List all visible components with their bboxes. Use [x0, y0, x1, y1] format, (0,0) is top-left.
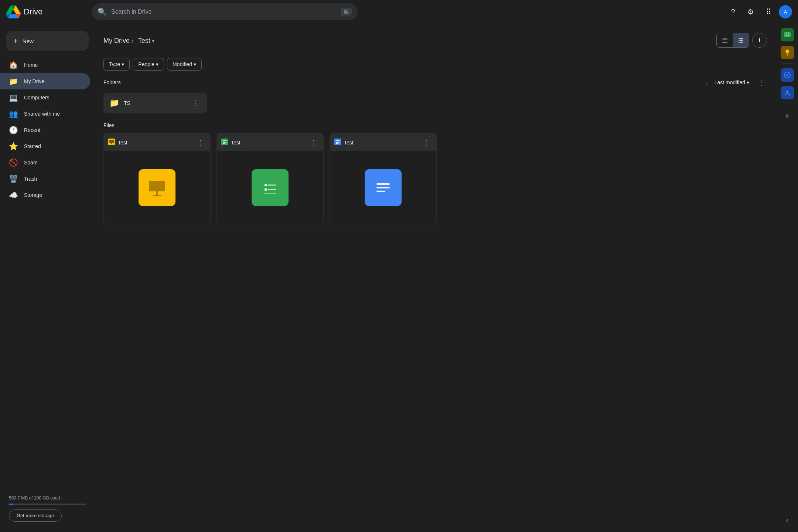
sidebar-item-shared-label: Shared with me: [24, 111, 60, 117]
svg-rect-1: [109, 140, 114, 143]
breadcrumb-current[interactable]: Test ▾: [135, 35, 157, 46]
file-docs-preview: [330, 151, 436, 225]
files-title: Files: [103, 122, 115, 128]
svg-rect-5: [149, 181, 165, 191]
storage-bar: [9, 504, 86, 505]
svg-rect-7: [153, 195, 161, 196]
forms-type-icon: [221, 139, 228, 147]
storage-icon: ☁️: [9, 191, 18, 200]
settings-button[interactable]: ⚙: [743, 4, 758, 19]
right-panel: + ‹: [776, 24, 798, 532]
sort-label: Last modified: [715, 79, 745, 85]
svg-rect-13: [265, 184, 267, 186]
svg-rect-12: [259, 177, 281, 199]
files-section: Files Test: [103, 122, 767, 225]
sidebar-item-trash[interactable]: 🗑️ Trash: [0, 171, 90, 187]
breadcrumb-parent[interactable]: My Drive: [103, 37, 130, 45]
svg-point-33: [786, 91, 788, 93]
file-forms-preview: [217, 151, 323, 225]
file-slides-name: Test: [118, 140, 192, 146]
file-forms-name: Test: [231, 140, 306, 146]
sheets-panel-button[interactable]: [781, 28, 794, 41]
folders-more-button[interactable]: ⋮: [755, 76, 767, 88]
get-storage-button[interactable]: Get more storage: [9, 509, 62, 522]
sidebar-item-storage-label: Storage: [24, 192, 42, 198]
grid-view-button[interactable]: ⊞: [733, 33, 749, 47]
file-card-slides[interactable]: Test ⋮: [103, 133, 211, 225]
sort-button[interactable]: Last modified ▾: [712, 78, 752, 87]
sidebar-item-computers-label: Computers: [24, 95, 49, 100]
storage-text: 560.7 MB of 100 GB used: [9, 495, 86, 501]
collapse-panel-button[interactable]: ‹: [780, 513, 795, 528]
svg-rect-3: [110, 144, 113, 144]
list-view-button[interactable]: ☰: [717, 33, 733, 47]
svg-rect-10: [223, 142, 226, 143]
svg-rect-6: [156, 191, 158, 195]
avatar[interactable]: A: [779, 5, 792, 18]
new-button[interactable]: + New: [6, 31, 89, 51]
keep-panel-button[interactable]: [781, 46, 794, 59]
info-button[interactable]: ℹ: [752, 33, 767, 48]
sidebar: + New 🏠 Home 📁 My Drive 💻 Computers 👥 Sh…: [0, 24, 95, 532]
recent-icon: 🕐: [9, 126, 18, 134]
file-card-docs[interactable]: Test ⋮: [330, 133, 437, 225]
slides-type-icon: [108, 139, 115, 147]
folder-name: TS: [124, 100, 186, 106]
sidebar-item-recent[interactable]: 🕐 Recent: [0, 122, 90, 138]
people-filter[interactable]: People ▾: [133, 58, 164, 71]
sidebar-item-storage[interactable]: ☁️ Storage: [0, 187, 90, 203]
modified-filter-chevron-icon: ▾: [194, 61, 196, 67]
home-icon: 🏠: [9, 61, 18, 69]
docs-type-icon: [334, 139, 341, 147]
svg-rect-28: [784, 35, 791, 35]
help-button[interactable]: ?: [726, 4, 740, 19]
sort-down-arrow-icon: ↓: [705, 79, 709, 86]
modified-filter-label: Modified: [173, 61, 192, 67]
folder-item[interactable]: 📁 TS ⋮: [103, 93, 207, 113]
search-icon: 🔍: [98, 7, 107, 16]
forms-preview-icon: [252, 169, 289, 206]
add-panel-button[interactable]: +: [780, 109, 795, 123]
main-content: My Drive › Test ▾ ☰ ⊞ ℹ Type ▾: [95, 24, 776, 532]
search-input[interactable]: [111, 8, 336, 15]
breadcrumb-separator-icon: ›: [131, 37, 134, 45]
svg-rect-23: [376, 183, 390, 185]
type-filter-label: Type: [109, 61, 120, 67]
tasks-panel-button[interactable]: [781, 68, 794, 82]
files-header: Files: [103, 122, 767, 128]
sidebar-item-computers[interactable]: 💻 Computers: [0, 89, 90, 106]
file-forms-more-button[interactable]: ⋮: [308, 137, 319, 148]
svg-rect-20: [336, 142, 340, 143]
svg-rect-31: [787, 54, 788, 55]
file-slides-more-button[interactable]: ⋮: [195, 137, 206, 148]
sidebar-item-my-drive[interactable]: 📁 My Drive: [0, 73, 90, 89]
slides-preview-icon: [139, 169, 175, 206]
apps-button[interactable]: ⠿: [761, 4, 776, 19]
type-filter[interactable]: Type ▾: [103, 58, 130, 71]
file-docs-more-button[interactable]: ⋮: [422, 137, 432, 148]
people-filter-label: People: [138, 61, 154, 67]
folder-more-button[interactable]: ⋮: [191, 98, 201, 108]
computers-icon: 💻: [9, 93, 18, 102]
sidebar-item-trash-label: Trash: [24, 176, 37, 182]
sidebar-item-shared[interactable]: 👥 Shared with me: [0, 106, 90, 122]
svg-rect-27: [784, 34, 791, 34]
files-grid: Test ⋮: [103, 133, 767, 225]
contacts-panel-button[interactable]: [781, 86, 794, 99]
new-icon: +: [13, 36, 18, 46]
modified-filter[interactable]: Modified ▾: [167, 58, 202, 71]
file-card-forms-header: Test ⋮: [217, 133, 323, 151]
breadcrumb: My Drive › Test ▾: [103, 30, 157, 51]
sidebar-item-starred[interactable]: ⭐ Starred: [0, 138, 90, 154]
sidebar-item-spam[interactable]: 🚫 Spam: [0, 154, 90, 171]
sort-chevron-icon: ▾: [747, 79, 749, 85]
file-card-forms[interactable]: Test ⋮: [216, 133, 324, 225]
folders-section: Folders ↓ Last modified ▾ ⋮ 📁 TS ⋮: [103, 76, 767, 113]
search-bar[interactable]: 🔍 ⌘: [92, 3, 358, 20]
storage-section: 560.7 MB of 100 GB used Get more storage: [0, 490, 95, 528]
logo-area[interactable]: Drive: [6, 4, 87, 19]
svg-rect-15: [265, 188, 267, 191]
sidebar-item-home[interactable]: 🏠 Home: [0, 57, 90, 73]
topbar-right: ? ⚙ ⠿ A: [726, 4, 792, 19]
svg-rect-19: [336, 140, 340, 141]
